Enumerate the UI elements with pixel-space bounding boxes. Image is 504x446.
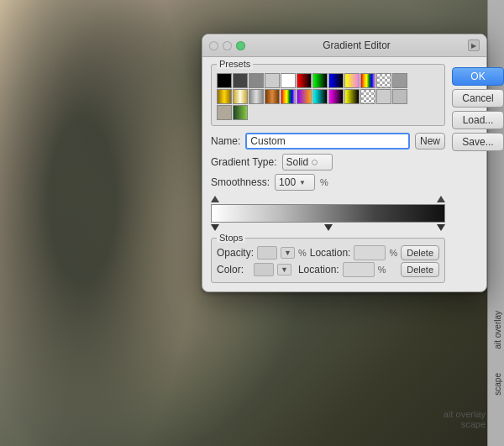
panel-item-1: ait overlay bbox=[493, 311, 502, 349]
gradient-type-value: Solid bbox=[286, 156, 309, 168]
opacity-location-input[interactable] bbox=[354, 245, 386, 260]
preset-swatch[interactable] bbox=[233, 73, 248, 88]
preset-swatch[interactable] bbox=[281, 73, 296, 88]
title-bar: Gradient Editor ▶ bbox=[202, 34, 486, 57]
opacity-row: Opacity: ▼ % Location: % Delete bbox=[217, 245, 439, 260]
name-label: Name: bbox=[211, 135, 240, 147]
expand-icon[interactable]: ▶ bbox=[468, 39, 480, 51]
silhouette bbox=[0, 0, 235, 446]
smoothness-label: Smoothness: bbox=[211, 176, 270, 188]
maximize-button[interactable] bbox=[236, 41, 245, 50]
smoothness-select[interactable]: 100 ▼ bbox=[275, 174, 315, 191]
stops-group: Stops Opacity: ▼ % Location: % Delete Co… bbox=[211, 238, 445, 283]
preset-swatch[interactable] bbox=[233, 105, 248, 120]
preset-swatch[interactable] bbox=[328, 89, 344, 104]
panel-item-2: scape bbox=[493, 373, 502, 396]
preset-swatch[interactable] bbox=[312, 89, 328, 104]
preset-swatch[interactable] bbox=[217, 105, 232, 120]
traffic-lights bbox=[209, 41, 245, 50]
preset-swatch[interactable] bbox=[217, 73, 232, 88]
presets-group: Presets bbox=[211, 64, 445, 126]
opacity-stop-left[interactable] bbox=[211, 196, 219, 202]
preset-swatch[interactable] bbox=[392, 89, 407, 104]
preset-swatch[interactable] bbox=[249, 73, 264, 88]
preset-swatch[interactable] bbox=[376, 89, 391, 104]
color-stop-left[interactable] bbox=[211, 224, 219, 231]
preset-swatch[interactable] bbox=[233, 89, 248, 104]
new-button[interactable]: New bbox=[415, 133, 445, 150]
preset-swatch[interactable] bbox=[281, 89, 296, 104]
preset-swatch[interactable] bbox=[312, 73, 328, 88]
preset-swatch[interactable] bbox=[297, 89, 312, 104]
panel-labels: ait overlay scape bbox=[444, 409, 486, 429]
opacity-delete-button[interactable]: Delete bbox=[401, 245, 439, 260]
opacity-stop-right[interactable] bbox=[437, 196, 445, 202]
color-location-label: Location: bbox=[298, 264, 339, 275]
smoothness-row: Smoothness: 100 ▼ % bbox=[211, 174, 445, 191]
color-row: Color: ▼ Location: % Delete bbox=[217, 262, 439, 277]
preset-swatch[interactable] bbox=[328, 73, 344, 88]
preset-swatch[interactable] bbox=[265, 73, 280, 88]
panel-label-1: ait overlay bbox=[444, 409, 486, 419]
smoothness-value: 100 bbox=[279, 176, 296, 188]
opacity-label: Opacity: bbox=[217, 247, 254, 259]
color-label: Color: bbox=[217, 264, 244, 275]
gradient-type-row: Gradient Type: Solid ⬡ bbox=[211, 154, 445, 171]
side-buttons: OK Cancel Load... Save... bbox=[452, 64, 504, 283]
gradient-bar[interactable] bbox=[211, 204, 445, 223]
preset-swatch[interactable] bbox=[265, 89, 280, 104]
preset-swatch[interactable] bbox=[376, 73, 391, 88]
preset-swatch[interactable] bbox=[360, 89, 375, 104]
color-location-unit: % bbox=[378, 265, 386, 275]
color-stop-mid[interactable] bbox=[324, 224, 333, 231]
preset-swatch[interactable] bbox=[297, 73, 312, 88]
smoothness-unit: % bbox=[320, 177, 328, 187]
color-delete-button[interactable]: Delete bbox=[401, 262, 439, 277]
preset-swatch[interactable] bbox=[360, 73, 375, 88]
presets-label: Presets bbox=[217, 59, 253, 69]
opacity-pct: % bbox=[298, 248, 307, 258]
gradient-type-select[interactable]: Solid ⬡ bbox=[282, 154, 333, 171]
minimize-button[interactable] bbox=[223, 41, 232, 50]
gradient-type-label: Gradient Type: bbox=[211, 156, 277, 168]
opacity-location-label: Location: bbox=[310, 247, 351, 259]
main-content: Presets bbox=[211, 64, 445, 283]
stops-label: Stops bbox=[217, 233, 245, 243]
gradient-section bbox=[211, 194, 445, 234]
gradient-editor-dialog: Gradient Editor ▶ Presets bbox=[202, 34, 487, 292]
panel-label-2: scape bbox=[444, 419, 486, 429]
load-button[interactable]: Load... bbox=[452, 111, 504, 129]
preset-swatch[interactable] bbox=[344, 89, 360, 104]
opacity-location-unit: % bbox=[389, 248, 397, 258]
preset-swatch[interactable] bbox=[249, 89, 264, 104]
color-location-input[interactable] bbox=[343, 262, 375, 277]
color-arrow[interactable]: ▼ bbox=[277, 264, 291, 275]
preset-swatch[interactable] bbox=[392, 73, 407, 88]
dialog-title: Gradient Editor bbox=[245, 39, 468, 51]
save-button[interactable]: Save... bbox=[452, 133, 504, 151]
gradient-type-arrow: ⬡ bbox=[312, 159, 318, 166]
cancel-button[interactable]: Cancel bbox=[452, 89, 504, 108]
preset-swatch[interactable] bbox=[344, 73, 360, 88]
opacity-swatch[interactable] bbox=[257, 246, 277, 260]
color-swatch[interactable] bbox=[254, 263, 274, 276]
color-stop-right[interactable] bbox=[437, 224, 445, 231]
opacity-arrow[interactable]: ▼ bbox=[281, 247, 295, 259]
smoothness-arrow: ▼ bbox=[299, 179, 306, 186]
ok-button[interactable]: OK bbox=[452, 67, 504, 86]
close-button[interactable] bbox=[209, 41, 218, 50]
preset-swatch[interactable] bbox=[217, 89, 232, 104]
dialog-body: Presets bbox=[202, 57, 486, 291]
name-row: Name: New bbox=[211, 133, 445, 150]
name-input[interactable] bbox=[245, 133, 410, 150]
